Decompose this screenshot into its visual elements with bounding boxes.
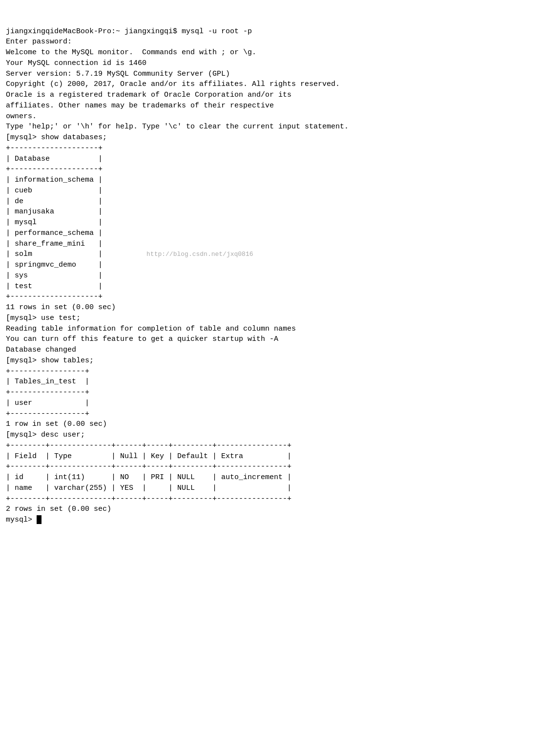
terminal-line: | user |: [6, 398, 533, 409]
terminal-line: +--------------------+: [6, 164, 533, 175]
terminal-line: affiliates. Other names may be trademark…: [6, 101, 533, 111]
terminal-line: | share_frame_mini |: [6, 239, 533, 250]
terminal-line: | performance_schema |: [6, 228, 533, 239]
terminal-line: | manjusaka |: [6, 207, 533, 217]
terminal-line: 11 rows in set (0.00 sec): [6, 302, 533, 313]
terminal-cursor: [37, 515, 41, 524]
terminal-window: jiangxingqideMacBook-Pro:~ jiangxingqi$ …: [6, 5, 533, 536]
terminal-line: | springmvc_demo |: [6, 260, 533, 271]
terminal-line: Type 'help;' or '\h' for help. Type '\c'…: [6, 122, 533, 132]
terminal-line: [mysql> show tables;: [6, 356, 533, 366]
terminal-line: | id | int(11) | NO | PRI | NULL | auto_…: [6, 472, 533, 483]
terminal-line: owners.: [6, 111, 533, 122]
terminal-line: | Tables_in_test |: [6, 377, 533, 387]
terminal-line: | mysql |: [6, 217, 533, 228]
terminal-line: +-----------------+: [6, 366, 533, 377]
terminal-line: | information_schema |: [6, 175, 533, 186]
terminal-line: +--------+--------------+------+-----+--…: [6, 441, 533, 451]
terminal-line: Enter password:: [6, 37, 533, 47]
terminal-content: jiangxingqideMacBook-Pro:~ jiangxingqi$ …: [6, 26, 533, 525]
terminal-line: +--------+--------------+------+-----+--…: [6, 494, 533, 504]
terminal-line: +--------+--------------+------+-----+--…: [6, 462, 533, 472]
terminal-line: [mysql> show databases;: [6, 132, 533, 143]
terminal-line: jiangxingqideMacBook-Pro:~ jiangxingqi$ …: [6, 26, 533, 37]
terminal-line: | cueb |: [6, 186, 533, 196]
terminal-line: [mysql> desc user;: [6, 430, 533, 441]
terminal-line: | solm | http://blog.csdn.net/jxq0816: [6, 249, 533, 260]
terminal-line: +-----------------+: [6, 387, 533, 398]
terminal-line: Copyright (c) 2000, 2017, Oracle and/or …: [6, 79, 533, 90]
watermark-text: http://blog.csdn.net/jxq0816: [146, 251, 253, 258]
terminal-line: Reading table information for completion…: [6, 324, 533, 335]
terminal-line: Server version: 5.7.19 MySQL Community S…: [6, 69, 533, 80]
terminal-line: | sys |: [6, 271, 533, 281]
terminal-line: +--------------------+: [6, 292, 533, 302]
terminal-line: | de |: [6, 196, 533, 207]
terminal-line: | test |: [6, 281, 533, 292]
terminal-line: 1 row in set (0.00 sec): [6, 419, 533, 430]
terminal-line: You can turn off this feature to get a q…: [6, 334, 533, 345]
terminal-line: Oracle is a registered trademark of Orac…: [6, 90, 533, 101]
terminal-line: +-----------------+: [6, 409, 533, 420]
terminal-line: Your MySQL connection id is 1460: [6, 58, 533, 69]
terminal-line: 2 rows in set (0.00 sec): [6, 504, 533, 515]
terminal-line: Database changed: [6, 345, 533, 356]
terminal-line: | Database |: [6, 154, 533, 165]
terminal-line: | Field | Type | Null | Key | Default | …: [6, 451, 533, 462]
terminal-line: | name | varchar(255) | YES | | NULL | |: [6, 483, 533, 494]
terminal-line: +--------------------+: [6, 143, 533, 154]
terminal-line: Welcome to the MySQL monitor. Commands e…: [6, 47, 533, 58]
terminal-line: [mysql> use test;: [6, 313, 533, 324]
terminal-line: mysql>: [6, 515, 533, 525]
